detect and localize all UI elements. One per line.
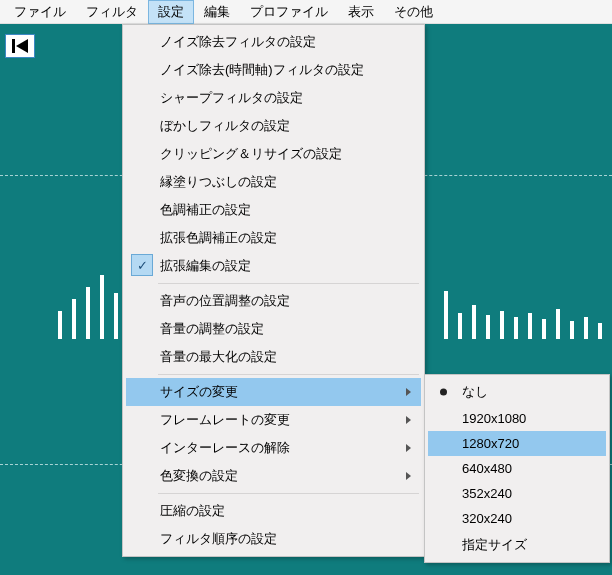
resize-submenu: なし 1920x1080 1280x720 640x480 352x240 32… (424, 374, 610, 563)
menu-item-ext-color-correction[interactable]: 拡張色調補正の設定 (126, 224, 421, 252)
menu-item-filter-order[interactable]: フィルタ順序の設定 (126, 525, 421, 553)
menu-label: ノイズ除去フィルタの設定 (160, 34, 316, 49)
submenu-label: 640x480 (462, 461, 512, 476)
menu-label: フィルタ順序の設定 (160, 531, 277, 546)
menu-label: 圧縮の設定 (160, 503, 225, 518)
submenu-arrow-icon (406, 472, 411, 480)
menu-edit[interactable]: 編集 (194, 0, 240, 24)
submenu-label: 1280x720 (462, 436, 519, 451)
submenu-arrow-icon (406, 444, 411, 452)
menu-item-color-conversion[interactable]: 色変換の設定 (126, 462, 421, 490)
menu-item-audio-maximize[interactable]: 音量の最大化の設定 (126, 343, 421, 371)
menu-item-ext-editing[interactable]: ✓ 拡張編集の設定 (126, 252, 421, 280)
menu-item-framerate[interactable]: フレームレートの変更 (126, 406, 421, 434)
submenu-item-1280x720[interactable]: 1280x720 (428, 431, 606, 456)
menu-item-audio-volume[interactable]: 音量の調整の設定 (126, 315, 421, 343)
menu-label: 拡張編集の設定 (160, 258, 251, 273)
menu-item-noise-time-filter[interactable]: ノイズ除去(時間軸)フィルタの設定 (126, 56, 421, 84)
submenu-arrow-icon (406, 388, 411, 396)
menu-label: 音量の最大化の設定 (160, 349, 277, 364)
menubar: ファイル フィルタ 設定 編集 プロファイル 表示 その他 (0, 0, 612, 24)
menu-item-border-fill[interactable]: 縁塗りつぶしの設定 (126, 168, 421, 196)
menu-view[interactable]: 表示 (338, 0, 384, 24)
menu-other[interactable]: その他 (384, 0, 443, 24)
menu-label: 音声の位置調整の設定 (160, 293, 290, 308)
menu-item-clip-resize[interactable]: クリッピング＆リサイズの設定 (126, 140, 421, 168)
submenu-label: 指定サイズ (462, 537, 527, 552)
submenu-arrow-icon (406, 416, 411, 424)
menu-label: シャープフィルタの設定 (160, 90, 303, 105)
menu-file[interactable]: ファイル (4, 0, 76, 24)
menu-separator (158, 493, 419, 494)
menu-label: 音量の調整の設定 (160, 321, 264, 336)
submenu-item-352x240[interactable]: 352x240 (428, 481, 606, 506)
submenu-item-1920x1080[interactable]: 1920x1080 (428, 406, 606, 431)
menu-label: フレームレートの変更 (160, 412, 290, 427)
menu-label: クリッピング＆リサイズの設定 (160, 146, 342, 161)
menu-item-deinterlace[interactable]: インターレースの解除 (126, 434, 421, 462)
svg-rect-0 (12, 39, 15, 53)
menu-label: 縁塗りつぶしの設定 (160, 174, 277, 189)
menu-label: インターレースの解除 (160, 440, 290, 455)
jump-to-start-button[interactable] (5, 34, 35, 58)
submenu-label: 320x240 (462, 511, 512, 526)
menu-label: 色調補正の設定 (160, 202, 251, 217)
menu-label: 拡張色調補正の設定 (160, 230, 277, 245)
svg-marker-1 (16, 39, 28, 53)
settings-menu: ノイズ除去フィルタの設定 ノイズ除去(時間軸)フィルタの設定 シャープフィルタの… (122, 24, 425, 557)
submenu-label: なし (462, 384, 488, 399)
menu-item-compression[interactable]: 圧縮の設定 (126, 497, 421, 525)
menu-item-noise-filter[interactable]: ノイズ除去フィルタの設定 (126, 28, 421, 56)
menu-label: サイズの変更 (160, 384, 238, 399)
submenu-label: 1920x1080 (462, 411, 526, 426)
menu-item-blur-filter[interactable]: ぼかしフィルタの設定 (126, 112, 421, 140)
toolbar (5, 34, 35, 58)
menu-item-color-correction[interactable]: 色調補正の設定 (126, 196, 421, 224)
menu-separator (158, 374, 419, 375)
submenu-item-320x240[interactable]: 320x240 (428, 506, 606, 531)
check-icon: ✓ (131, 254, 153, 276)
menu-settings[interactable]: 設定 (148, 0, 194, 24)
submenu-item-640x480[interactable]: 640x480 (428, 456, 606, 481)
menu-separator (158, 283, 419, 284)
submenu-item-custom-size[interactable]: 指定サイズ (428, 531, 606, 559)
menu-item-resize[interactable]: サイズの変更 (126, 378, 421, 406)
menu-item-sharpen-filter[interactable]: シャープフィルタの設定 (126, 84, 421, 112)
submenu-item-none[interactable]: なし (428, 378, 606, 406)
menu-label: 色変換の設定 (160, 468, 238, 483)
menu-item-audio-position[interactable]: 音声の位置調整の設定 (126, 287, 421, 315)
selected-dot-icon (440, 389, 447, 396)
submenu-label: 352x240 (462, 486, 512, 501)
menu-label: ノイズ除去(時間軸)フィルタの設定 (160, 62, 364, 77)
menu-filter[interactable]: フィルタ (76, 0, 148, 24)
jump-start-icon (11, 38, 29, 54)
menu-profile[interactable]: プロファイル (240, 0, 338, 24)
menu-label: ぼかしフィルタの設定 (160, 118, 290, 133)
